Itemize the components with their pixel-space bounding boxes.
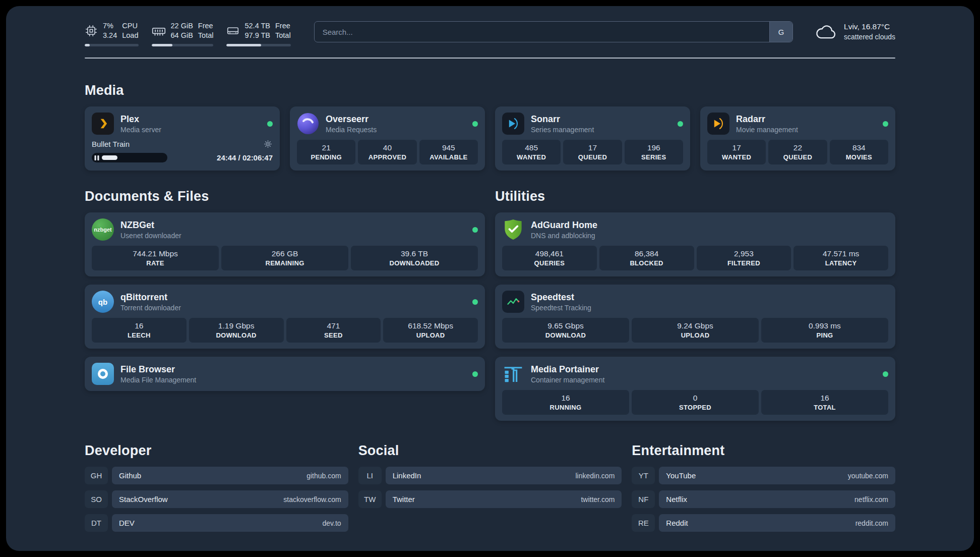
sonarr-icon [502,113,524,135]
topbar: 7% 3.24 CPU Load [85,21,895,46]
plex-card[interactable]: Plex Media server Bullet Train [85,106,280,171]
nzbget-icon: nzbget [92,218,114,241]
now-playing-title: Bullet Train [92,140,130,148]
stat-rate: 744.21 Mbps RATE [92,246,219,270]
service-description: Usenet downloader [120,232,181,240]
stat-stopped: 0 STOPPED [632,390,759,415]
bookmark-abbr: LI [358,467,382,484]
section-title-social: Social [358,443,622,459]
bookmark-dev[interactable]: DT DEV dev.to [85,514,348,532]
stat-movies: 834 MOVIES [830,140,888,164]
service-name: File Browser [120,364,196,375]
service-name: Media Portainer [531,364,604,375]
weather-widget: Lviv, 16.87°C scattered clouds [814,21,895,42]
service-name: AdGuard Home [531,220,597,231]
stat-total: 16 TOTAL [761,390,888,415]
status-dot [883,121,888,127]
section-title-media: Media [85,83,895,98]
stat-running: 16 RUNNING [502,390,629,415]
stat-leech: 16 LEECH [92,318,187,343]
section-title-entertainment: Entertainment [632,443,895,459]
bookmark-url: twitter.com [581,495,615,504]
service-description: Media Requests [326,126,377,134]
seek-progress [102,155,117,160]
nzbget-card[interactable]: nzbget NZBGet Usenet downloader 744.21 M… [85,212,485,276]
portainer-crane-icon [502,363,524,385]
memory-icon [152,25,166,37]
ram-usage-widget: 22 GiB 64 GiB Free Total [152,21,214,46]
weather-location: Lviv, 16.87°C [844,21,895,32]
bookmark-reddit[interactable]: RE Reddit reddit.com [632,514,895,532]
service-description: Speedtest Tracking [531,304,591,312]
sonarr-card[interactable]: Sonarr Series management 485 WANTED 17 Q… [495,106,690,171]
search-engine-button[interactable]: G [769,22,792,42]
bookmark-youtube[interactable]: YT YouTube youtube.com [632,467,895,484]
documents-column: Documents & Files nzbget NZBGet Usenet d… [85,171,485,391]
status-dot [883,371,888,377]
ram-values: 22 GiB 64 GiB [171,21,193,40]
stat-blocked: 86,384 BLOCKED [599,246,694,270]
status-dot [472,299,478,305]
qbittorrent-card[interactable]: qb qBittorrent Torrent downloader 16 LEE… [85,285,485,349]
overseerr-card[interactable]: Overseerr Media Requests 21 PENDING 40 A… [290,106,485,171]
bookmark-linkedin[interactable]: LI LinkedIn linkedin.com [358,467,622,484]
filebrowser-icon [92,363,114,385]
stat-filtered: 2,953 FILTERED [697,246,791,270]
gear-icon[interactable] [263,139,273,149]
stat-queued: 22 QUEUED [768,140,827,164]
disk-icon [226,24,239,37]
bookmark-abbr: GH [85,467,108,484]
stat-downloaded: 39.6 TB DOWNLOADED [351,246,478,270]
bookmark-url: stackoverflow.com [283,495,341,504]
adguard-card[interactable]: AdGuard Home DNS and adblocking 498,461 … [495,212,895,276]
speedtest-card[interactable]: Speedtest Speedtest Tracking 9.65 Gbps D… [495,285,895,349]
disk-labels: Free Total [275,21,291,40]
pause-icon[interactable] [94,155,99,161]
stat-download: 1.19 Gbps DOWNLOAD [189,318,284,343]
bookmark-url: linkedin.com [576,472,615,480]
bookmark-name: Reddit [666,519,688,527]
bookmark-url: dev.to [323,519,341,527]
bookmark-abbr: DT [85,514,108,532]
bookmarks-developer: Developer GH Github github.com SO StackO… [85,443,348,532]
stat-ping: 0.993 ms PING [761,318,888,343]
service-name: Plex [120,114,161,125]
service-name: Overseerr [326,114,377,125]
bookmark-name: LinkedIn [393,471,421,480]
system-stats: 7% 3.24 CPU Load [85,21,291,46]
stat-approved: 40 APPROVED [358,140,416,164]
radarr-card[interactable]: Radarr Movie management 17 WANTED 22 QUE… [700,106,895,171]
playback-time: 24:44 / 02:06:47 [217,153,273,162]
bookmark-stackoverflow[interactable]: SO StackOverflow stackoverflow.com [85,490,348,508]
topbar-divider [85,58,895,59]
service-description: Movie management [736,126,798,134]
status-dot [678,121,683,127]
bookmark-name: DEV [119,519,135,527]
speedtest-icon [502,291,524,313]
bookmark-name: YouTube [666,471,696,480]
bookmark-github[interactable]: GH Github github.com [85,467,348,484]
search-input[interactable] [315,22,769,42]
status-dot [472,371,478,377]
status-dot [472,227,478,233]
portainer-card[interactable]: Media Portainer Container management 16 … [495,357,895,421]
service-description: Media File Management [120,376,196,384]
section-title-utilities: Utilities [495,189,895,204]
bookmark-twitter[interactable]: TW Twitter twitter.com [358,490,622,508]
bookmark-url: youtube.com [848,472,888,480]
radarr-icon [707,113,729,135]
bookmark-abbr: YT [632,467,655,484]
filebrowser-card[interactable]: File Browser Media File Management [85,357,485,391]
bookmark-netflix[interactable]: NF Netflix netflix.com [632,490,895,508]
section-title-developer: Developer [85,443,348,459]
seek-bar[interactable] [92,153,167,162]
search-bar: G [314,21,793,42]
service-description: Series management [531,126,594,134]
stat-series: 196 SERIES [625,140,683,164]
adguard-shield-icon [502,218,524,241]
plex-now-playing: Bullet Train 24:44 / 02:06:47 [92,139,273,162]
cpu-icon [85,24,98,37]
bookmark-abbr: RE [632,514,655,532]
stat-latency: 47.571 ms LATENCY [793,246,888,270]
bookmarks-social: Social LI LinkedIn linkedin.com TW Twitt… [358,443,622,508]
